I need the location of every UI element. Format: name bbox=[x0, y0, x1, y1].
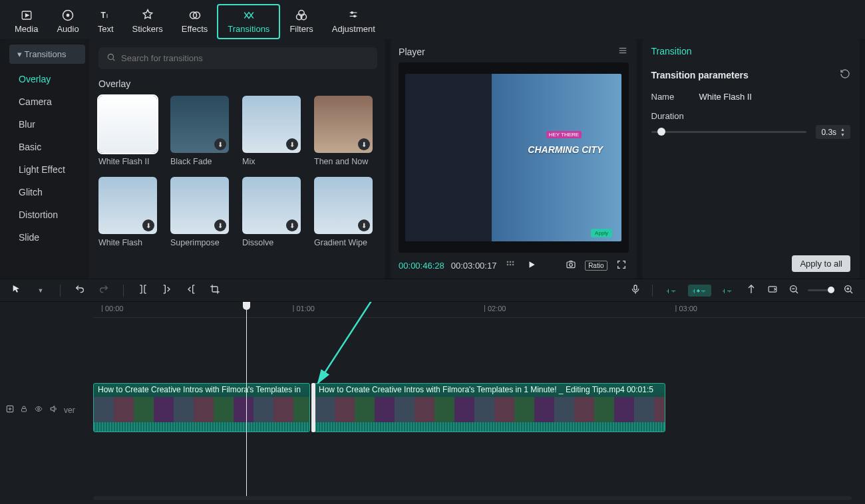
transition-mix[interactable]: ⬇Mix bbox=[242, 96, 301, 166]
snap-right-button[interactable]: ⫞⫟ bbox=[718, 285, 737, 297]
svg-rect-22 bbox=[512, 261, 514, 263]
transition-marker[interactable] bbox=[311, 383, 315, 432]
download-icon[interactable]: ⬇ bbox=[142, 219, 154, 231]
search-transitions[interactable] bbox=[98, 47, 377, 69]
duration-label: Duration bbox=[651, 111, 690, 121]
preview-tag: HEY THERE bbox=[546, 131, 582, 138]
reset-icon[interactable] bbox=[840, 68, 850, 81]
fullscreen-icon[interactable] bbox=[614, 259, 629, 272]
crop-icon[interactable] bbox=[208, 284, 222, 297]
ratio-button[interactable]: Ratio bbox=[585, 261, 607, 271]
snap-center-button[interactable]: ⫞◆⫟ bbox=[688, 285, 711, 297]
render-icon[interactable] bbox=[765, 285, 780, 296]
svg-point-14 bbox=[354, 15, 356, 17]
tab-stickers[interactable]: Stickers bbox=[123, 4, 172, 39]
category-overlay[interactable]: Overlay bbox=[5, 68, 89, 90]
svg-point-28 bbox=[570, 263, 573, 267]
category-camera[interactable]: Camera bbox=[5, 90, 89, 113]
track-mute-icon[interactable] bbox=[49, 404, 59, 416]
undo-icon[interactable] bbox=[73, 284, 87, 297]
split-icon[interactable] bbox=[136, 283, 150, 297]
marker-icon[interactable] bbox=[744, 284, 759, 297]
category-glitch[interactable]: Glitch bbox=[5, 181, 89, 203]
download-icon[interactable]: ⬇ bbox=[358, 219, 370, 231]
play-icon[interactable] bbox=[524, 260, 539, 271]
track-add-icon[interactable] bbox=[5, 404, 15, 416]
tab-adjustment[interactable]: Adjustment bbox=[323, 4, 385, 39]
playhead[interactable] bbox=[246, 302, 247, 496]
transition-categories: ▾ Transitions OverlayCameraBlurBasicLigh… bbox=[5, 39, 89, 279]
track-controls: ver bbox=[5, 404, 75, 416]
tab-text[interactable]: TIText bbox=[88, 4, 123, 39]
tab-transitions[interactable]: Transitions bbox=[217, 4, 280, 39]
trim-start-icon[interactable] bbox=[160, 283, 174, 297]
svg-marker-57 bbox=[51, 406, 54, 412]
category-basic[interactable]: Basic bbox=[5, 136, 89, 158]
timeline-scrollbar[interactable] bbox=[93, 496, 852, 500]
tab-filters[interactable]: Filters bbox=[280, 4, 322, 39]
video-preview[interactable]: HEY THERE CHARMING CITY Apply bbox=[399, 63, 628, 253]
redo-icon[interactable] bbox=[96, 284, 111, 297]
transition-white-flash-ii[interactable]: White Flash II bbox=[98, 96, 157, 166]
voiceover-icon[interactable] bbox=[628, 283, 643, 297]
transition-dissolve[interactable]: ⬇Dissolve bbox=[242, 177, 301, 247]
download-icon[interactable]: ⬇ bbox=[358, 138, 370, 150]
video-clip[interactable]: How to Create Creative Intros with Filmo… bbox=[314, 383, 665, 432]
player-menu-icon[interactable] bbox=[617, 46, 629, 57]
svg-line-16 bbox=[113, 59, 115, 61]
zoom-slider[interactable] bbox=[808, 289, 834, 291]
download-icon[interactable]: ⬇ bbox=[286, 219, 298, 231]
duration-value[interactable]: 0.3s ▲▼ bbox=[816, 125, 850, 139]
props-header: Transition bbox=[651, 46, 851, 57]
tab-audio[interactable]: Audio bbox=[47, 4, 88, 39]
download-icon[interactable]: ⬇ bbox=[286, 138, 298, 150]
player-panel: Player HEY THERE CHARMING CITY Apply 00:… bbox=[391, 39, 636, 279]
apply-to-all-button[interactable]: Apply to all bbox=[792, 255, 850, 272]
svg-point-12 bbox=[351, 12, 353, 14]
category-slide[interactable]: Slide bbox=[5, 226, 89, 249]
properties-panel: Transition Transition parameters Name Wh… bbox=[642, 39, 860, 279]
transition-grid: White Flash II⬇Black Fade⬇Mix⬇Then and N… bbox=[98, 96, 377, 247]
svg-rect-23 bbox=[507, 264, 508, 265]
transition-superimpose[interactable]: ⬇Superimpose bbox=[170, 177, 229, 247]
category-header[interactable]: ▾ Transitions bbox=[9, 45, 85, 64]
timeline[interactable]: | 00:00| 01:00| 02:00| 03:00 ver How to … bbox=[0, 302, 865, 504]
transition-black-fade[interactable]: ⬇Black Fade bbox=[170, 96, 229, 166]
name-label: Name bbox=[651, 92, 690, 102]
zoom-in-icon[interactable] bbox=[841, 284, 856, 297]
preview-overlay-text: CHARMING CITY bbox=[528, 144, 603, 155]
svg-rect-24 bbox=[510, 264, 511, 265]
svg-rect-41 bbox=[634, 285, 637, 290]
time-ruler[interactable]: | 00:00| 01:00| 02:00| 03:00 bbox=[93, 302, 865, 318]
track-visibility-icon[interactable] bbox=[33, 405, 44, 415]
props-subheader: Transition parameters bbox=[651, 70, 749, 80]
snapshot-icon[interactable] bbox=[564, 259, 578, 272]
grid-view-icon[interactable] bbox=[503, 260, 518, 271]
video-clip[interactable]: How to Create Creative Intros with Filmo… bbox=[93, 383, 310, 432]
download-icon[interactable]: ⬇ bbox=[214, 219, 226, 231]
category-light-effect[interactable]: Light Effect bbox=[5, 158, 89, 181]
zoom-out-icon[interactable] bbox=[786, 284, 801, 297]
svg-rect-27 bbox=[567, 262, 575, 268]
svg-marker-1 bbox=[25, 14, 29, 17]
cursor-tool-icon[interactable] bbox=[9, 284, 24, 297]
search-input[interactable] bbox=[121, 53, 369, 63]
track-lock-icon[interactable] bbox=[20, 404, 28, 416]
transition-then-and-now[interactable]: ⬇Then and Now bbox=[314, 96, 373, 166]
duration-stepper[interactable]: ▲▼ bbox=[840, 127, 845, 137]
transition-gradient-wipe[interactable]: ⬇Gradient Wipe bbox=[314, 177, 373, 247]
svg-rect-25 bbox=[512, 264, 514, 265]
transition-white-flash[interactable]: ⬇White Flash bbox=[98, 177, 157, 247]
preview-apply-chip: Apply bbox=[591, 229, 612, 237]
svg-rect-55 bbox=[22, 409, 27, 412]
tab-effects[interactable]: Effects bbox=[172, 4, 218, 39]
snap-left-button[interactable]: ⫞⫟ bbox=[662, 285, 681, 297]
cursor-dropdown-icon[interactable]: ▼ bbox=[33, 287, 48, 294]
tab-media[interactable]: Media bbox=[5, 4, 47, 39]
svg-text:I: I bbox=[106, 13, 108, 19]
download-icon[interactable]: ⬇ bbox=[214, 138, 226, 150]
category-distortion[interactable]: Distortion bbox=[5, 203, 89, 226]
category-blur[interactable]: Blur bbox=[5, 113, 89, 136]
trim-end-icon[interactable] bbox=[184, 283, 198, 297]
duration-slider[interactable] bbox=[651, 131, 807, 133]
